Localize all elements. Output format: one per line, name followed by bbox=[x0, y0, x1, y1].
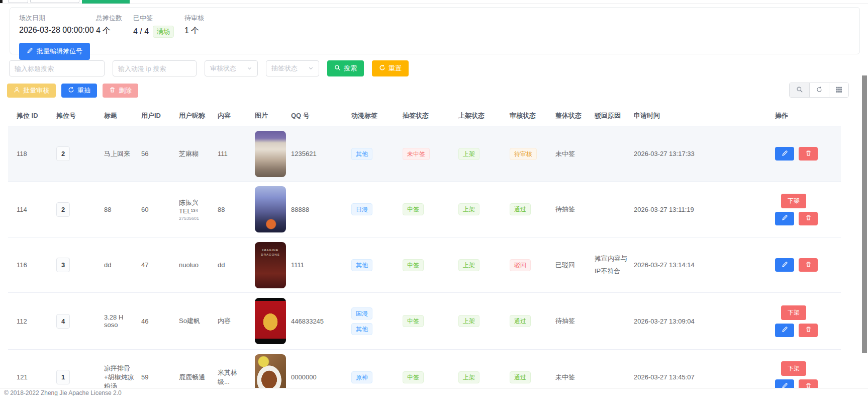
shelf-status-tag: 上架 bbox=[458, 259, 479, 271]
refresh-icon bbox=[816, 86, 823, 95]
draw-status-select[interactable]: 抽签状态 bbox=[266, 60, 319, 76]
booth-photo[interactable] bbox=[255, 186, 286, 232]
user-nickname: 陈振兴TEL¹³⁴ bbox=[179, 199, 199, 215]
booth-photo[interactable]: IMAGINE DRAGONS bbox=[255, 242, 286, 288]
apply-time: 2026-03-27 13:11:19 bbox=[631, 182, 772, 237]
booth-content: 88 bbox=[215, 182, 252, 237]
qq-number: 446833245 bbox=[288, 293, 348, 350]
anime-tag: 日漫 bbox=[351, 203, 372, 215]
batch-edit-booth-no-label: 批量编辑摊位号 bbox=[37, 47, 82, 56]
apply-time: 2026-03-27 13:09:04 bbox=[631, 293, 772, 350]
total-booths-value: 4 个 bbox=[96, 26, 133, 36]
search-button[interactable]: 搜索 bbox=[327, 60, 364, 76]
anime-ip-search-input[interactable] bbox=[113, 60, 197, 76]
col-overall-status: 整体状态 bbox=[552, 106, 592, 126]
edit-row-button[interactable] bbox=[775, 147, 794, 161]
booth-no-box: 3 bbox=[56, 258, 70, 272]
delete-row-button[interactable] bbox=[799, 147, 818, 161]
review-status-tag: 待审核 bbox=[510, 148, 537, 160]
booth-table: 摊位 ID 摊位号 标题 用户ID 用户昵称 内容 图片 QQ 号 动漫标签 抽… bbox=[8, 106, 849, 396]
review-status-tag: 通过 bbox=[510, 371, 531, 383]
vertical-scrollbar[interactable] bbox=[862, 75, 867, 353]
col-nickname: 用户昵称 bbox=[176, 106, 215, 126]
table-toolbar bbox=[789, 83, 849, 98]
shelf-status-tag: 上架 bbox=[458, 371, 479, 383]
session-date-stat: 场次日期 2026-03-28 00:00:00 bbox=[19, 14, 96, 35]
booth-content: 内容 bbox=[215, 293, 252, 350]
search-icon-button[interactable] bbox=[790, 83, 809, 97]
chevron-down-icon bbox=[247, 65, 252, 72]
booth-title: 3.28 H soso bbox=[101, 293, 138, 350]
off-shelf-button[interactable]: 下架 bbox=[781, 305, 806, 320]
delete-row-button[interactable] bbox=[799, 212, 818, 225]
total-booths-label: 总摊位数 bbox=[96, 14, 133, 23]
browser-chrome-fragment bbox=[0, 0, 868, 4]
draw-status-tag: 中签 bbox=[403, 259, 424, 271]
booth-photo[interactable] bbox=[255, 298, 286, 344]
chevron-down-icon bbox=[308, 65, 314, 72]
review-status-tag: 通过 bbox=[510, 203, 531, 215]
reject-reason: 摊宣内容与IP不符合 bbox=[592, 237, 631, 293]
off-shelf-button[interactable]: 下架 bbox=[781, 361, 806, 376]
booth-id: 112 bbox=[8, 293, 53, 350]
delete-button[interactable]: 删除 bbox=[103, 84, 138, 98]
pencil-icon bbox=[782, 261, 788, 269]
col-title: 标题 bbox=[101, 106, 138, 126]
edit-row-button[interactable] bbox=[775, 212, 794, 225]
pencil-icon bbox=[27, 47, 33, 55]
overall-status: 待抽签 bbox=[552, 182, 592, 237]
booth-no-box: 2 bbox=[56, 146, 70, 161]
col-apply-time: 申请时间 bbox=[631, 106, 772, 126]
poster-text: IMAGINE DRAGONS bbox=[255, 248, 286, 258]
reject-reason bbox=[592, 182, 631, 237]
booth-content: dd bbox=[215, 237, 252, 293]
chrome-fragment-notch bbox=[0, 0, 3, 3]
refresh-icon-button[interactable] bbox=[809, 83, 829, 97]
edit-row-button[interactable] bbox=[775, 258, 794, 272]
booth-title: 马上回来 bbox=[101, 126, 138, 182]
table-header-row: 摊位 ID 摊位号 标题 用户ID 用户昵称 内容 图片 QQ 号 动漫标签 抽… bbox=[8, 106, 841, 126]
title-search-input[interactable] bbox=[9, 60, 105, 76]
review-status-tag: 通过 bbox=[510, 315, 531, 327]
reset-icon bbox=[379, 64, 385, 72]
booth-id: 114 bbox=[8, 182, 53, 237]
grid-icon-button[interactable] bbox=[829, 83, 848, 97]
shelf-status-tag: 上架 bbox=[458, 148, 479, 160]
booth-content: 111 bbox=[215, 126, 252, 182]
delete-row-button[interactable] bbox=[799, 258, 818, 272]
redraw-label: 重抽 bbox=[77, 86, 90, 95]
footer: © 2018-2022 Zheng Jie Apache License 2.0 bbox=[0, 388, 868, 396]
action-bar: 批量审核 重抽 删除 bbox=[7, 84, 860, 98]
off-shelf-button[interactable]: 下架 bbox=[781, 194, 806, 208]
full-session-badge: 满场 bbox=[153, 26, 174, 38]
trash-icon bbox=[805, 261, 812, 269]
filter-bar: 审核状态 抽签状态 搜索 重置 bbox=[9, 60, 860, 76]
review-status-select[interactable]: 审核状态 bbox=[205, 60, 258, 76]
session-date-label: 场次日期 bbox=[19, 14, 96, 23]
trash-icon bbox=[805, 214, 812, 222]
user-icon bbox=[14, 87, 20, 95]
redraw-button[interactable]: 重抽 bbox=[61, 84, 97, 98]
edit-row-button[interactable] bbox=[775, 324, 794, 337]
col-user-id: 用户ID bbox=[138, 106, 176, 126]
search-icon bbox=[796, 86, 803, 95]
delete-row-button[interactable] bbox=[799, 324, 818, 337]
pencil-icon bbox=[782, 214, 788, 222]
reset-button[interactable]: 重置 bbox=[372, 60, 409, 76]
copyright-text: © 2018-2022 Zheng Jie Apache License 2.0 bbox=[4, 389, 122, 396]
col-reject-reason: 驳回原因 bbox=[592, 106, 631, 126]
chrome-fragment-tab bbox=[30, 0, 79, 3]
batch-review-button[interactable]: 批量审核 bbox=[7, 84, 56, 98]
user-id: 46 bbox=[138, 293, 176, 350]
session-date-value: 2026-03-28 00:00:00 bbox=[19, 26, 96, 35]
delete-label: 删除 bbox=[119, 86, 132, 95]
user-id: 47 bbox=[138, 237, 176, 293]
booth-no-box: 4 bbox=[56, 314, 70, 329]
pending-review-stat: 待审核 1 个 bbox=[184, 14, 204, 36]
batch-edit-booth-no-button[interactable]: 批量编辑摊位号 bbox=[19, 43, 90, 60]
booth-photo[interactable] bbox=[255, 131, 286, 177]
won-label: 已中签 bbox=[133, 14, 184, 23]
overall-status: 未中签 bbox=[552, 126, 592, 182]
booth-title: dd bbox=[101, 237, 138, 293]
table-row: 112 4 3.28 H soso 46 So建帆 内容 446833245 国… bbox=[8, 293, 841, 350]
